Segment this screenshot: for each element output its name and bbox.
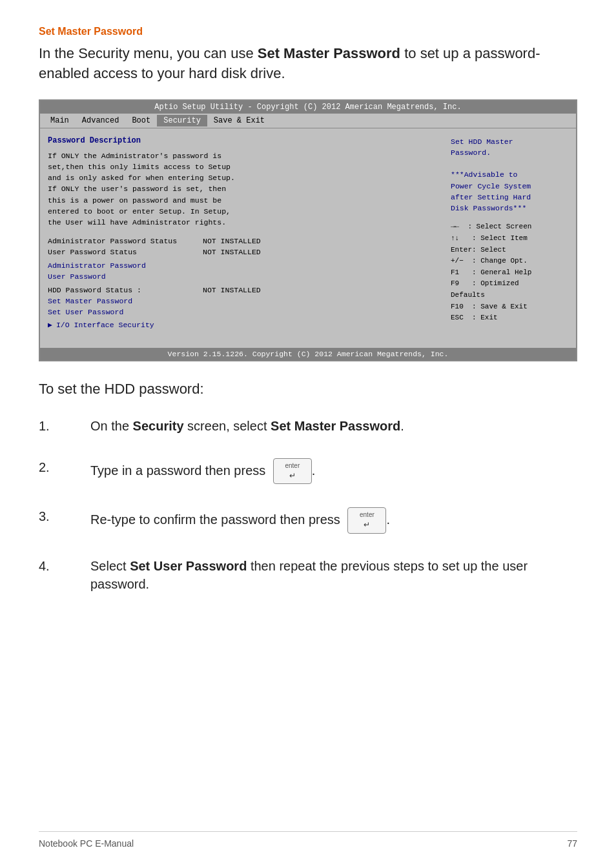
bios-screen: Aptio Setup Utility - Copyright (C) 2012… bbox=[39, 99, 577, 361]
bios-hdd-status: HDD Password Status : NOT INSTALLED bbox=[48, 286, 439, 294]
bios-menu-advanced[interactable]: Advanced bbox=[76, 115, 126, 126]
step-3-content: Re-type to confirm the password then pre… bbox=[90, 507, 577, 534]
bios-left-panel: Password Description If ONLY the Adminis… bbox=[45, 134, 442, 343]
enter-key-2-arrow: ↵ bbox=[364, 520, 370, 530]
intro-plain: In the Security menu, you can use bbox=[39, 45, 258, 61]
enter-key-1-arrow: ↵ bbox=[289, 470, 296, 481]
enter-key-2: enter ↵ bbox=[347, 507, 386, 534]
step-2-content: Type in a password then press enter ↵ . bbox=[90, 458, 577, 485]
bios-menu-boot[interactable]: Boot bbox=[125, 115, 157, 126]
bios-menu-save-exit[interactable]: Save & Exit bbox=[207, 115, 271, 126]
step-1-content: On the Security screen, select Set Maste… bbox=[90, 417, 577, 435]
bios-admin-status-label: Administrator Password Status bbox=[48, 237, 203, 245]
bios-menu-bar[interactable]: Main Advanced Boot Security Save & Exit bbox=[40, 114, 576, 128]
bios-admin-status-value: NOT INSTALLED bbox=[203, 237, 261, 245]
enter-key-2-label: enter bbox=[360, 510, 375, 520]
step-4-content: Select Set User Password then repeat the… bbox=[90, 557, 577, 593]
bios-menu-security[interactable]: Security bbox=[157, 115, 207, 126]
enter-key-1: enter ↵ bbox=[273, 458, 312, 485]
bios-description: If ONLY the Administrator's password is … bbox=[48, 150, 439, 228]
bios-link-user-password[interactable]: User Password bbox=[48, 272, 439, 281]
bios-user-status-value: NOT INSTALLED bbox=[203, 248, 261, 256]
step-4: 4. Select Set User Password then repeat … bbox=[39, 557, 577, 593]
page-footer: Notebook PC E-Manual 77 bbox=[39, 831, 577, 849]
bios-right-panel: Set HDD Master Password. ***Advisable to… bbox=[448, 134, 571, 343]
bios-body: Password Description If ONLY the Adminis… bbox=[40, 128, 576, 348]
instructions-title: To set the HDD password: bbox=[39, 381, 577, 398]
step-1-bold-security: Security bbox=[133, 419, 184, 433]
footer-title: Notebook PC E-Manual bbox=[39, 838, 134, 849]
bios-section-header: Password Description bbox=[48, 136, 439, 145]
intro-bold: Set Master Password bbox=[258, 45, 400, 61]
steps-list: 1. On the Security screen, select Set Ma… bbox=[39, 417, 577, 594]
bios-menu-main[interactable]: Main bbox=[44, 115, 76, 126]
bios-right-top: Set HDD Master Password. ***Advisable to… bbox=[451, 136, 568, 214]
bios-admin-status: Administrator Password Status NOT INSTAL… bbox=[48, 237, 439, 245]
bios-hdd-status-value: NOT INSTALLED bbox=[203, 286, 261, 294]
step-3-number: 3. bbox=[39, 507, 90, 525]
step-1: 1. On the Security screen, select Set Ma… bbox=[39, 417, 577, 435]
step-1-bold-master: Set Master Password bbox=[271, 419, 400, 433]
step-3: 3. Re-type to confirm the password then … bbox=[39, 507, 577, 534]
bios-user-status: User Password Status NOT INSTALLED bbox=[48, 248, 439, 256]
bios-link-set-master[interactable]: Set Master Password bbox=[48, 297, 439, 305]
bios-link-set-user[interactable]: Set User Password bbox=[48, 308, 439, 316]
step-2: 2. Type in a password then press enter ↵… bbox=[39, 458, 577, 485]
enter-key-1-label: enter bbox=[285, 461, 300, 470]
step-1-number: 1. bbox=[39, 417, 90, 435]
bios-user-status-label: User Password Status bbox=[48, 248, 203, 256]
bios-footer: Version 2.15.1226. Copyright (C) 2012 Am… bbox=[40, 348, 576, 360]
step-4-bold-user: Set User Password bbox=[130, 559, 247, 573]
section-title: Set Master Password bbox=[39, 26, 577, 37]
bios-selected-io[interactable]: I/O Interface Security bbox=[48, 320, 439, 329]
bios-right-bottom: →← : Select Screen ↑↓ : Select Item Ente… bbox=[451, 221, 568, 323]
bios-title-bar: Aptio Setup Utility - Copyright (C) 2012… bbox=[40, 101, 576, 114]
bios-link-admin-password[interactable]: Administrator Password bbox=[48, 261, 439, 270]
bios-hdd-status-label: HDD Password Status : bbox=[48, 286, 203, 294]
intro-text: In the Security menu, you can use Set Ma… bbox=[39, 44, 577, 84]
step-2-number: 2. bbox=[39, 458, 90, 476]
step-4-number: 4. bbox=[39, 557, 90, 575]
footer-page: 77 bbox=[567, 838, 577, 849]
